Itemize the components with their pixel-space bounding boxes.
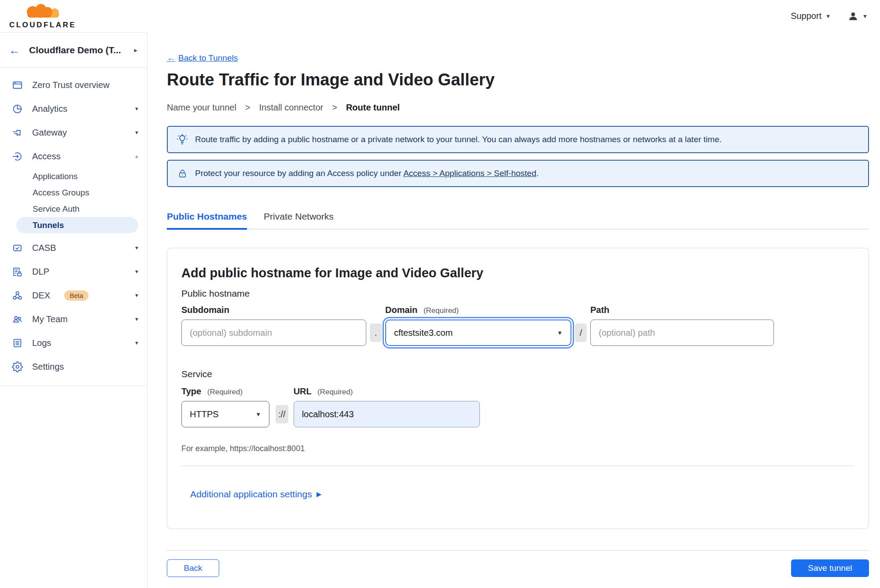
user-account-menu[interactable]: ▼ (847, 11, 868, 22)
protect-banner-text: Protect your resource by adding an Acces… (195, 169, 539, 178)
main-content: ← Back to Tunnels Route Traffic for Imag… (147, 32, 880, 588)
sidebar-item-access[interactable]: Access ▲ (0, 144, 147, 168)
account-name: Cloudflare Demo (T... (29, 45, 125, 55)
chevron-right-icon[interactable]: ▸ (134, 46, 137, 54)
sidebar-item-label: Access (32, 151, 125, 162)
sidebar-item-label: Service Auth (33, 204, 80, 214)
sidebar-item-gateway[interactable]: Gateway ▼ (0, 121, 147, 144)
chevron-up-icon: ▲ (134, 154, 139, 159)
domain-select[interactable]: cftestsite3.com ▼ (385, 320, 571, 346)
back-arrow-icon[interactable]: ← (9, 44, 20, 56)
sidebar-item-label: Settings (32, 362, 139, 372)
domain-label: Domain (385, 305, 417, 315)
tab-private-networks[interactable]: Private Networks (264, 211, 334, 229)
sidebar-item-logs[interactable]: Logs ▼ (0, 331, 147, 355)
chevron-down-icon: ▼ (134, 316, 139, 322)
add-public-hostname-card: Add public hostname for Image and Video … (167, 248, 869, 529)
sidebar-item-applications[interactable]: Applications (0, 168, 147, 184)
lock-icon (177, 168, 188, 179)
step-name-your-tunnel[interactable]: Name your tunnel (167, 103, 236, 113)
beta-badge: Beta (64, 290, 88, 301)
disclosure-right-icon: ▶ (317, 490, 322, 498)
dropdown-arrow-icon: ▼ (255, 411, 261, 418)
sidebar-item-label: Zero Trust overview (32, 80, 139, 90)
service-type-select[interactable]: HTTPS ▼ (181, 401, 269, 427)
subdomain-input[interactable] (181, 320, 366, 346)
sidebar: ← Cloudflare Demo (T... ▸ Zero Trust ove… (0, 32, 147, 588)
back-arrow-icon: ← (167, 53, 175, 63)
url-label: URL (294, 386, 312, 396)
sidebar-item-label: Gateway (32, 128, 125, 138)
casb-check-icon (11, 242, 23, 254)
pie-chart-icon (11, 103, 23, 115)
type-required-hint: (Required) (207, 388, 243, 396)
lightbulb-icon (177, 134, 188, 145)
sidebar-item-label: DLP (32, 267, 125, 277)
sidebar-item-label: Access Groups (33, 188, 89, 198)
back-button[interactable]: Back (167, 559, 219, 577)
sidebar-item-label: My Team (32, 314, 125, 324)
sidebar-item-label: DEX (32, 290, 50, 301)
network-nodes-icon (11, 290, 23, 301)
support-label: Support (791, 11, 821, 21)
wizard-steps: Name your tunnel > Install connector > R… (167, 103, 869, 113)
tip-banner: Route traffic by adding a public hostnam… (167, 126, 869, 153)
additional-settings-label: Additional application settings (190, 489, 312, 500)
back-link-label: Back to Tunnels (178, 53, 238, 63)
scheme-separator: :// (276, 405, 288, 423)
domain-required-hint: (Required) (423, 306, 459, 315)
chevron-down-icon: ▼ (134, 269, 139, 274)
card-divider (181, 466, 854, 466)
access-applications-self-hosted-link[interactable]: Access > Applications > Self-hosted (403, 169, 536, 178)
chevron-down-icon: ▼ (134, 245, 139, 250)
sidebar-item-tunnels[interactable]: Tunnels (16, 217, 138, 233)
step-install-connector[interactable]: Install connector (259, 103, 324, 113)
top-header: CLOUDFLARE Support ▼ ▼ (0, 0, 880, 32)
sidebar-item-my-team[interactable]: My Team ▼ (0, 307, 147, 331)
sidebar-item-label: Logs (32, 338, 125, 348)
chevron-down-icon: ▼ (862, 13, 868, 19)
sidebar-item-dlp[interactable]: DLP ▼ (0, 260, 147, 283)
url-required-hint: (Required) (317, 388, 353, 396)
type-label: Type (181, 386, 201, 396)
card-heading: Add public hostname for Image and Video … (181, 266, 854, 280)
sidebar-item-dex[interactable]: DEX Beta ▼ (0, 283, 147, 307)
tip-banner-text: Route traffic by adding a public hostnam… (195, 135, 722, 144)
sidebar-item-access-groups[interactable]: Access Groups (0, 184, 147, 201)
sidebar-item-label: Applications (33, 172, 77, 181)
service-url-input[interactable] (294, 401, 480, 427)
back-to-tunnels-link[interactable]: ← Back to Tunnels (167, 53, 238, 63)
cloudflare-cloud-icon (16, 3, 70, 20)
cloudflare-wordmark: CLOUDFLARE (9, 21, 76, 29)
public-hostname-section-label: Public hostname (181, 288, 854, 299)
tab-public-hostnames[interactable]: Public Hostnames (167, 211, 247, 230)
sidebar-item-settings[interactable]: Settings (0, 355, 147, 379)
additional-application-settings-toggle[interactable]: Additional application settings ▶ (190, 489, 321, 500)
footer-actions: Back Save tunnel (167, 559, 869, 577)
hostname-fields-row: Subdomain . Domain (Required) cftestsite… (181, 305, 854, 346)
sidebar-item-analytics[interactable]: Analytics ▼ (0, 97, 147, 121)
window-icon (11, 79, 23, 91)
service-fields-row: Type (Required) HTTPS ▼ :// URL (Require… (181, 386, 854, 427)
document-lock-icon (11, 266, 23, 278)
domain-select-value: cftestsite3.com (394, 328, 453, 338)
dropdown-arrow-icon: ▼ (557, 330, 563, 336)
team-icon (11, 313, 23, 325)
logs-list-icon (11, 337, 23, 349)
step-separator: > (332, 103, 337, 113)
chevron-down-icon: ▼ (825, 13, 831, 19)
path-label: Path (590, 305, 774, 315)
sidebar-item-service-auth[interactable]: Service Auth (0, 201, 147, 217)
step-route-tunnel: Route tunnel (346, 103, 400, 113)
sidebar-item-zero-trust-overview[interactable]: Zero Trust overview (0, 73, 147, 97)
path-input[interactable] (590, 320, 774, 346)
account-switcher: ← Cloudflare Demo (T... ▸ (0, 33, 147, 68)
footer-divider (167, 550, 869, 551)
sidebar-item-casb[interactable]: CASB ▼ (0, 236, 147, 260)
cloudflare-logo: CLOUDFLARE (8, 3, 77, 29)
sidebar-item-label: Analytics (32, 104, 125, 114)
support-menu[interactable]: Support ▼ (791, 11, 831, 21)
save-tunnel-button[interactable]: Save tunnel (791, 559, 869, 577)
service-section-label: Service (181, 369, 854, 379)
hostname-tabs: Public Hostnames Private Networks (167, 211, 869, 229)
